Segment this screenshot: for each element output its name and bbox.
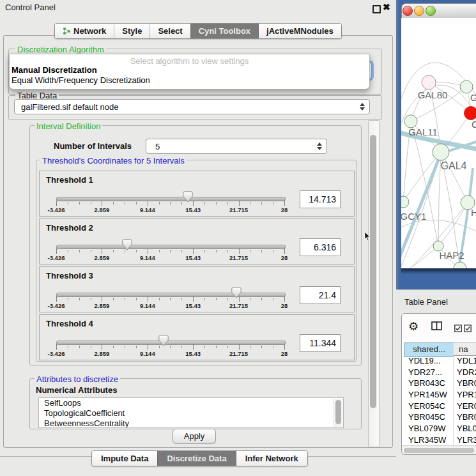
table-data-combo-value: galFiltered.sif default node — [15, 102, 360, 112]
attributes-list-scrollbar[interactable] — [334, 399, 342, 427]
threshold-label: Threshold 3 — [46, 271, 93, 280]
tick-label: 15.43 — [185, 302, 201, 309]
table-row[interactable]: YBR045CYBR0 — [402, 412, 476, 424]
table-panel-titlebar: Table Panel — [396, 289, 476, 314]
tick-label: 9.144 — [140, 350, 155, 357]
node-label: GAL11 — [408, 127, 438, 137]
gear-icon[interactable]: ⚙ — [408, 320, 418, 333]
threshold-value-field[interactable]: 14.713 — [300, 190, 341, 208]
tab-discretize-data[interactable]: Discretize Data — [157, 451, 235, 466]
apply-button[interactable]: Apply — [173, 429, 216, 443]
tab-jactivemnodules[interactable]: jActiveMNodules — [258, 24, 341, 38]
slider-tick-labels: -3.4262.8599.14415.4321.71528 — [56, 302, 284, 309]
algorithm-option[interactable]: Equal Width/Frequency Discretization — [12, 75, 150, 85]
column-header-shared-name[interactable]: shared... — [404, 342, 454, 357]
tab-network[interactable]: Network — [55, 24, 114, 38]
node-bottom[interactable] — [454, 262, 466, 268]
numerical-attributes-list[interactable]: SelfLoopsTopologicalCoefficientBetweenne… — [38, 397, 344, 428]
node-label: G — [470, 92, 476, 103]
column-header-name[interactable]: na — [454, 342, 476, 356]
settings-scrollbar[interactable] — [368, 120, 380, 447]
cell-name: YBR0 — [457, 412, 476, 422]
attribute-item[interactable]: TopologicalCoefficient — [39, 408, 343, 418]
window-close-button[interactable] — [403, 6, 413, 16]
slider-minor-ticks — [56, 250, 285, 252]
tab-cyni-toolbox[interactable]: Cyni Toolbox — [190, 24, 258, 38]
attribute-item[interactable]: BetweennessCentrality — [39, 418, 343, 428]
tick-label: 2.859 — [95, 206, 110, 213]
window-minimize-button[interactable] — [414, 6, 424, 16]
table-row[interactable]: YBR043CYBR0 — [402, 378, 476, 390]
table-data-combo[interactable]: galFiltered.sif default node — [14, 99, 370, 114]
close-icon[interactable]: ✖ — [383, 2, 390, 12]
slider-thumb[interactable] — [183, 191, 193, 203]
columns-icon[interactable] — [431, 321, 442, 333]
slider-thumb[interactable] — [122, 239, 132, 250]
table-panel-title: Table Panel — [404, 297, 448, 307]
tab-label: Cyni Toolbox — [199, 26, 250, 36]
tab-infer-network[interactable]: Infer Network — [236, 451, 307, 466]
slider-thumb[interactable] — [231, 287, 242, 298]
table-row[interactable]: YDL19...YDL1 — [402, 356, 476, 367]
tick-label: -3.426 — [48, 302, 65, 309]
num-intervals-combo[interactable]: 5 — [146, 139, 327, 154]
table-toolbar: ⚙ — [402, 314, 476, 341]
attribute-items: SelfLoopsTopologicalCoefficientBetweenne… — [39, 398, 343, 428]
node-gal11[interactable] — [404, 115, 417, 128]
tab-select[interactable]: Select — [150, 24, 190, 38]
threshold-value-field[interactable]: 21.4 — [300, 286, 341, 304]
panel-title: Control Panel — [5, 3, 56, 12]
attributes-group-title: Attributes to discretize — [35, 374, 120, 384]
node-label: C — [472, 119, 476, 130]
tick-label: 2.859 — [95, 302, 110, 309]
checkbox-checked-icon[interactable] — [454, 323, 462, 335]
tab-label: Select — [158, 26, 182, 36]
tick-label: 28 — [281, 302, 288, 309]
node-label: GAL4 — [441, 160, 467, 171]
tab-label: Impute Data — [101, 454, 148, 463]
spinner-arrows-icon — [360, 103, 365, 111]
num-intervals-label: Number of Intervals — [54, 141, 132, 151]
node-gal4[interactable] — [433, 144, 449, 160]
node-label: H — [471, 207, 476, 218]
table-row[interactable]: YBL079WYBL0 — [402, 424, 476, 435]
bottom-tab-bar: Impute DataDiscretize DataInfer Network — [91, 450, 308, 466]
network-canvas[interactable]: GAL80 G C GAL11 GAL4 GCY1 H HAP2 — [401, 18, 476, 268]
tab-impute-data[interactable]: Impute Data — [92, 451, 157, 466]
algorithm-option[interactable]: Manual Discretization — [12, 65, 97, 75]
threshold-panel-4: Threshold 4 -3.4262.8599.14415.4321.7152… — [39, 314, 355, 360]
table-row[interactable]: YPR145WYPR1 — [402, 390, 476, 401]
node-red[interactable] — [464, 107, 476, 120]
table-row[interactable]: YDR27...YDR2 — [402, 367, 476, 379]
threshold-panel-3: Threshold 3 -3.4262.8599.14415.4321.7152… — [39, 266, 355, 312]
interval-group-title: Interval Definition — [35, 121, 102, 131]
table-row[interactable]: YLR345WYLR3 — [402, 435, 476, 447]
node-gal80[interactable] — [422, 75, 436, 89]
node-gcy1[interactable] — [401, 196, 409, 208]
window-zoom-button[interactable] — [426, 6, 436, 16]
attribute-item[interactable]: SelfLoops — [39, 398, 343, 408]
float-window-icon[interactable] — [372, 5, 381, 13]
table-panel-frame: ⚙ shared... na — [401, 313, 476, 455]
tick-label: 15.43 — [185, 254, 201, 261]
cell-shared-name: YBR045C — [408, 412, 445, 422]
table-header-row: shared... na — [402, 342, 476, 357]
slider-thumb[interactable] — [158, 335, 169, 346]
cell-name: YDL1 — [457, 356, 476, 365]
tab-style[interactable]: Style — [114, 24, 150, 38]
slider-tick-labels: -3.4262.8599.14415.4321.71528 — [56, 254, 284, 261]
tick-label: 28 — [281, 206, 288, 213]
threshold-label: Threshold 1 — [46, 175, 93, 185]
table-horizontal-scrollbar[interactable] — [402, 445, 476, 455]
threshold-value-field[interactable]: 11.344 — [300, 334, 341, 352]
node-g[interactable] — [460, 81, 473, 93]
table-row[interactable]: YER054CYER0 — [402, 401, 476, 413]
tick-label: 28 — [281, 254, 288, 261]
tick-label: 21.715 — [229, 254, 248, 261]
tick-label: 28 — [281, 350, 288, 357]
algorithm-group-title: Discretization Algorithm — [15, 45, 106, 54]
tick-label: -3.426 — [48, 350, 65, 357]
threshold-value-field[interactable]: 6.316 — [300, 238, 341, 256]
cell-name: YPR1 — [457, 390, 476, 399]
checkbox-checked-icon[interactable] — [464, 323, 472, 335]
